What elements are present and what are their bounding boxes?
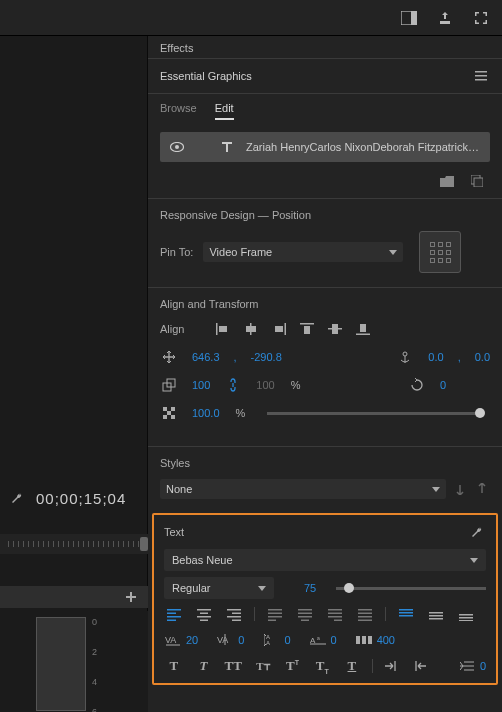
anchor-y[interactable]: 0.0 [475,351,490,363]
styles-dropdown[interactable]: None [160,479,446,499]
vertical-align-top-icon[interactable] [396,607,416,623]
effects-tab[interactable]: Effects [148,36,502,59]
justify-left-icon[interactable] [265,607,285,623]
align-bottom-icon[interactable] [354,320,372,338]
rotation-val[interactable]: 0 [440,379,446,391]
font-size-value[interactable]: 75 [304,582,316,594]
baseline-value[interactable]: 0 [331,634,337,646]
text-align-right-icon[interactable] [224,607,244,623]
panel-title: Essential Graphics [160,70,252,82]
indent-value[interactable]: 0 [480,660,486,672]
folder-icon[interactable] [438,172,456,190]
responsive-title: Responsive Design — Position [160,209,490,221]
justify-center-icon[interactable] [295,607,315,623]
push-style-icon[interactable] [452,481,468,497]
tracking-icon: VA [164,631,182,649]
font-weight-dropdown[interactable]: Regular [164,577,274,599]
pull-style-icon[interactable] [474,481,490,497]
svg-rect-58 [399,612,413,614]
underline-button[interactable]: T [342,658,362,674]
text-align-left-icon[interactable] [164,607,184,623]
text-layer-row[interactable]: Zariah HenryCarlos NixonDeborah Fitzpatr… [160,132,490,162]
align-top-icon[interactable] [298,320,316,338]
svg-rect-39 [227,616,241,618]
sequence-thumbnail[interactable] [36,617,86,711]
position-x[interactable]: 646.3 [192,351,220,363]
svg-rect-45 [298,609,312,611]
layer-name: Zariah HenryCarlos NixonDeborah Fitzpatr… [246,141,482,153]
rotation-icon [408,376,426,394]
visibility-icon[interactable] [168,138,186,156]
timecode-display[interactable]: 00;00;15;04 [36,490,126,507]
smallcaps-button[interactable]: Tᴛ [253,660,273,673]
text-section-title: Text [164,526,184,538]
pin-to-dropdown[interactable]: Video Frame [203,242,403,262]
align-right-icon[interactable] [270,320,288,338]
svg-rect-26 [167,411,171,415]
align-hcenter-icon[interactable] [242,320,260,338]
font-size-slider[interactable] [336,587,486,590]
align-vcenter-icon[interactable] [326,320,344,338]
styles-title: Styles [160,457,490,469]
new-layer-icon[interactable] [468,172,486,190]
scale-unit: % [291,379,301,391]
svg-rect-38 [232,613,241,615]
faux-italic-button[interactable]: T [194,658,214,674]
anchor-x[interactable]: 0.0 [428,351,443,363]
tsume-value[interactable]: 400 [377,634,395,646]
tab-browse[interactable]: Browse [160,102,197,120]
svg-text:VA: VA [217,635,228,645]
text-type-icon [218,138,236,156]
font-family-dropdown[interactable]: Bebas Neue [164,549,486,571]
svg-rect-49 [328,609,342,611]
fullscreen-icon[interactable] [472,9,490,27]
leading-value[interactable]: 0 [284,634,290,646]
svg-rect-9 [216,323,218,335]
panel-menu-icon[interactable] [472,67,490,85]
justify-right-icon[interactable] [325,607,345,623]
text-settings-icon[interactable] [468,523,486,541]
vertical-align-middle-icon[interactable] [426,607,446,623]
position-y[interactable]: -290.8 [251,351,282,363]
new-item-icon[interactable] [122,588,140,606]
allcaps-button[interactable]: TT [223,658,243,674]
kerning-value[interactable]: 0 [238,634,244,646]
wrench-icon[interactable] [8,489,26,507]
svg-rect-27 [163,415,167,419]
anchor-icon [396,348,414,366]
export-icon[interactable] [436,9,454,27]
svg-rect-15 [300,323,314,325]
jog-scrubber[interactable] [0,534,148,554]
scale-w[interactable]: 100 [192,379,210,391]
link-scale-icon[interactable] [224,376,242,394]
subscript-button[interactable]: TT [312,658,332,675]
svg-rect-63 [459,614,473,616]
tab-indent-icon[interactable] [383,657,401,675]
vertical-align-bottom-icon[interactable] [456,607,476,623]
faux-bold-button[interactable]: T [164,658,184,674]
svg-rect-30 [167,613,176,615]
superscript-button[interactable]: TT [283,658,303,674]
svg-rect-36 [200,620,208,622]
thumb-ruler: 0 2 4 6 8 [92,617,112,712]
pin-widget[interactable] [419,231,461,273]
position-icon [160,348,178,366]
scale-icon [160,376,178,394]
tab-outdent-icon[interactable] [410,657,428,675]
tracking-value[interactable]: 20 [186,634,198,646]
svg-rect-62 [429,618,443,620]
align-left-icon[interactable] [214,320,232,338]
tab-edit[interactable]: Edit [215,102,234,120]
tsume-icon [355,631,373,649]
svg-rect-40 [232,620,241,622]
svg-rect-28 [171,415,175,419]
svg-rect-48 [301,620,309,622]
svg-rect-50 [328,613,342,615]
svg-rect-32 [167,620,176,622]
text-align-center-icon[interactable] [194,607,214,623]
justify-all-icon[interactable] [355,607,375,623]
opacity-slider[interactable] [267,412,480,415]
svg-rect-29 [167,609,181,611]
opacity-val[interactable]: 100.0 [192,407,220,419]
panel-layout-icon[interactable] [400,9,418,27]
